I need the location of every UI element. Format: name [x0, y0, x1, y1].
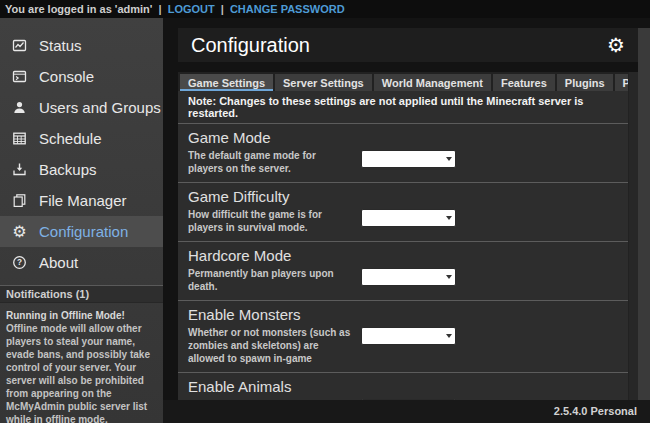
sidebar-item-status[interactable]: Status: [0, 30, 163, 61]
sidebar-item-configuration[interactable]: ⚙ Configuration: [0, 216, 163, 247]
logged-in-text: You are logged in as 'admin': [5, 3, 152, 15]
sidebar-item-backups[interactable]: Backups: [0, 154, 163, 185]
logout-link[interactable]: LOGOUT: [168, 3, 215, 15]
sidebar-item-about[interactable]: ? About: [0, 247, 163, 278]
game-difficulty-select[interactable]: [361, 209, 456, 227]
gear-icon[interactable]: ⚙: [607, 35, 638, 55]
sidebar: Status Console Users and Groups Schedule: [0, 18, 163, 423]
sidebar-item-label: Backups: [39, 161, 97, 178]
change-password-link[interactable]: CHANGE PASSWORD: [230, 3, 345, 15]
setting-enable-animals: Enable Animals Whether or not friendly a…: [178, 373, 638, 400]
right-margin-strip: [638, 28, 650, 400]
select-wrapper: [361, 149, 456, 168]
status-icon: [11, 37, 28, 54]
separator: |: [221, 3, 224, 15]
file-manager-icon: [11, 192, 28, 209]
select-wrapper: [361, 267, 456, 286]
sidebar-item-label: Status: [39, 37, 82, 54]
main-area: Configuration ⚙ Game Settings Server Set…: [163, 18, 650, 423]
sidebar-item-label: File Manager: [39, 192, 127, 209]
setting-description: How difficult the game is for players in…: [188, 208, 353, 234]
sidebar-item-label: Configuration: [39, 223, 128, 240]
vertical-scrollbar[interactable]: [628, 72, 638, 400]
select-wrapper: [361, 208, 456, 227]
svg-text:?: ?: [17, 258, 22, 267]
setting-title: Game Mode: [188, 129, 628, 146]
notification-text: Offline mode will allow other players to…: [6, 322, 157, 423]
version-label: 2.5.4.0 Personal: [554, 405, 637, 417]
sidebar-item-file-manager[interactable]: File Manager: [0, 185, 163, 216]
console-icon: [11, 68, 28, 85]
tab-server-settings[interactable]: Server Settings: [275, 74, 372, 91]
tab-bar: Game Settings Server Settings World Mana…: [178, 72, 638, 91]
sidebar-item-users-and-groups[interactable]: Users and Groups: [0, 92, 163, 123]
tab-features[interactable]: Features: [493, 74, 555, 91]
sidebar-item-console[interactable]: Console: [0, 61, 163, 92]
setting-enable-monsters: Enable Monsters Whether or not monsters …: [178, 301, 638, 373]
sidebar-item-label: Console: [39, 68, 94, 85]
sidebar-item-schedule[interactable]: Schedule: [0, 123, 163, 154]
top-bar: You are logged in as 'admin' | LOGOUT | …: [0, 0, 650, 18]
gear-icon: ⚙: [11, 223, 28, 240]
restart-note: Note: Changes to these settings are not …: [178, 91, 638, 124]
setting-title: Hardcore Mode: [188, 247, 628, 264]
select-wrapper: [361, 326, 456, 345]
hardcore-mode-select[interactable]: [361, 268, 456, 286]
setting-description: Whether or not monsters (such as zombies…: [188, 326, 353, 365]
tab-plugins[interactable]: Plugins: [557, 74, 613, 91]
sidebar-item-label: Schedule: [39, 130, 102, 147]
setting-game-difficulty: Game Difficulty How difficult the game i…: [178, 183, 638, 242]
setting-description: Permanently ban players upon death.: [188, 267, 353, 293]
panel-header: Configuration ⚙: [178, 28, 638, 62]
setting-description: The default game mode for players on the…: [188, 149, 353, 175]
users-icon: [11, 99, 28, 116]
page-title: Configuration: [178, 34, 607, 57]
setting-hardcore-mode: Hardcore Mode Permanently ban players up…: [178, 242, 638, 301]
sidebar-item-label: Users and Groups: [39, 99, 161, 116]
setting-title: Enable Animals: [188, 378, 628, 395]
notification-title: Running in Offline Mode!: [6, 309, 157, 322]
setting-title: Game Difficulty: [188, 188, 628, 205]
enable-monsters-select[interactable]: [361, 327, 456, 345]
setting-title: Enable Monsters: [188, 306, 628, 323]
notifications-body: Running in Offline Mode! Offline mode wi…: [0, 303, 163, 423]
setting-game-mode: Game Mode The default game mode for play…: [178, 124, 638, 183]
schedule-icon: [11, 130, 28, 147]
notifications-header: Notifications (1): [0, 285, 163, 303]
sidebar-nav: Status Console Users and Groups Schedule: [0, 18, 163, 278]
tab-world-management[interactable]: World Management: [374, 74, 491, 91]
footer: 2.5.4.0 Personal: [163, 400, 650, 423]
tab-game-settings[interactable]: Game Settings: [180, 74, 273, 91]
configuration-panel: Game Settings Server Settings World Mana…: [178, 72, 638, 400]
separator: |: [159, 3, 162, 15]
backups-icon: [11, 161, 28, 178]
game-mode-select[interactable]: [361, 150, 456, 168]
question-icon: ?: [11, 254, 28, 271]
sidebar-item-label: About: [39, 254, 78, 271]
